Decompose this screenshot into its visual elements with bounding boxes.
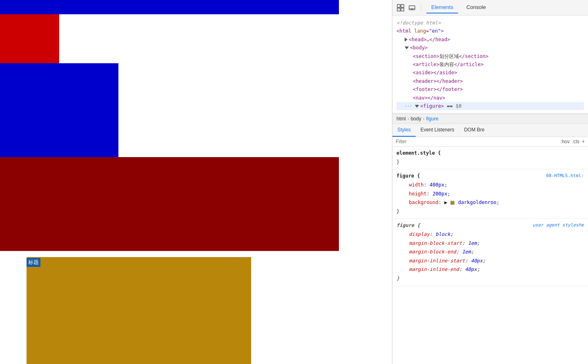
breadcrumb-body[interactable]: body (411, 116, 421, 122)
figure-label: 标题 (27, 258, 40, 267)
styles-filter-bar: :hov .cls + (392, 137, 588, 146)
inspect-icon[interactable] (396, 4, 405, 12)
svg-rect-0 (397, 4, 400, 7)
head-line[interactable]: <head>…</head> (396, 36, 584, 44)
figure-element (27, 257, 251, 364)
devtools-panel: Elements Console <!doctype html> <html l… (392, 0, 588, 364)
tab-console[interactable]: Console (461, 2, 491, 13)
figure-line[interactable]: ··· <figure> == $0 (396, 102, 584, 110)
divider (421, 4, 421, 12)
pseudo-cls[interactable]: .cls (572, 139, 579, 144)
tab-dom-bre[interactable]: DOM Bre (459, 124, 489, 137)
breadcrumb-html[interactable]: html (396, 116, 406, 122)
blue-top-bar (0, 0, 339, 14)
breadcrumb-figure[interactable]: figure (426, 116, 439, 122)
header-line[interactable]: <header></header> (396, 77, 584, 85)
add-rule[interactable]: + (582, 139, 585, 144)
darkred-rect (0, 157, 339, 251)
background-arrow[interactable]: ▶ (444, 200, 447, 205)
element-style-block: element.style { } (392, 146, 588, 169)
blue-large-rect (0, 63, 118, 157)
red-square (0, 14, 59, 63)
figure-style-block: figure { 08-HTML5.html: width: 400px; he… (392, 169, 588, 219)
tab-styles[interactable]: Styles (392, 124, 416, 137)
nav-line[interactable]: <nav></nav> (396, 94, 584, 102)
styles-panel: Styles Event Listeners DOM Bre :hov .cls… (392, 124, 588, 364)
device-icon[interactable] (408, 4, 416, 12)
agent-source-link[interactable]: user agent styleshe (532, 221, 584, 229)
styles-tabs: Styles Event Listeners DOM Bre (392, 124, 588, 137)
background-value: darkgoldenroo (458, 200, 497, 205)
pseudo-hov[interactable]: :hov (560, 139, 570, 144)
filter-options: :hov .cls + (560, 139, 585, 144)
svg-rect-6 (411, 9, 413, 10)
svg-rect-3 (401, 8, 404, 11)
background-swatch[interactable] (450, 201, 454, 205)
body-line[interactable]: <body> (396, 44, 584, 52)
devtools-toolbar: Elements Console (392, 0, 588, 16)
figure-agent-style-block: figure { user agent styleshe display: bl… (392, 219, 588, 286)
html-root-line[interactable]: <html lang="en"> (396, 27, 584, 35)
html-comment-line: <!doctype html> (396, 19, 584, 27)
styles-filter-input[interactable] (396, 139, 557, 144)
tab-event-listeners[interactable]: Event Listeners (416, 124, 459, 137)
svg-rect-1 (397, 8, 400, 11)
tab-elements[interactable]: Elements (426, 2, 458, 13)
article-line[interactable]: <article>装内容</article> (396, 60, 584, 69)
html-tree: <!doctype html> <html lang="en"> <head>…… (392, 16, 588, 114)
svg-rect-2 (401, 4, 404, 7)
section-line[interactable]: <section>划分区域</section> (396, 52, 584, 60)
breadcrumb-bar: html › body › figure (392, 114, 588, 124)
aside-line[interactable]: <aside></aside> (396, 69, 584, 77)
preview-panel: 标题 (0, 0, 392, 364)
footer-line[interactable]: <footer></footer> (396, 85, 584, 93)
styles-source-link[interactable]: 08-HTML5.html: (546, 172, 584, 180)
